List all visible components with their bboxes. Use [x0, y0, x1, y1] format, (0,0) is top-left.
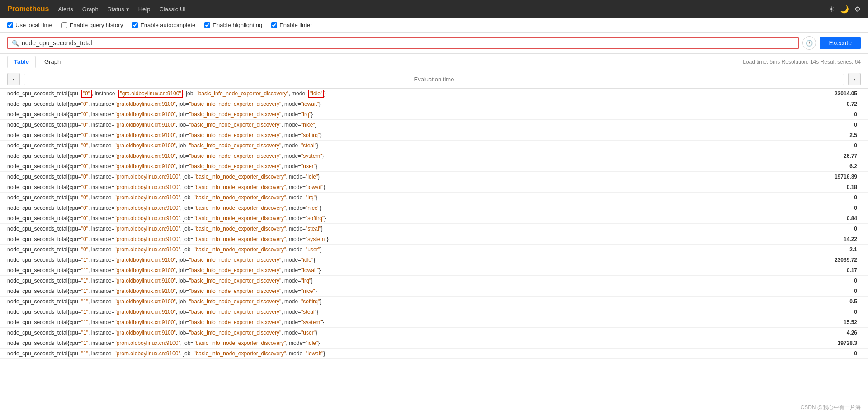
value-cell: 19716.39: [774, 172, 868, 182]
metric-name: node_cpu_seconds_total: [7, 330, 67, 336]
settings-bar: Use local time Enable query history Enab…: [0, 18, 868, 33]
results-container: node_cpu_seconds_total{cpu="0", instance…: [0, 89, 868, 359]
metric-name: node_cpu_seconds_total: [7, 194, 67, 201]
table-row: node_cpu_seconds_total{cpu="0", instance…: [0, 213, 868, 224]
value-cell: 0: [774, 193, 868, 203]
enable-linter-label[interactable]: Enable linter: [271, 22, 312, 28]
sun-icon[interactable]: ☀: [828, 5, 835, 14]
value-cell: 0: [774, 109, 868, 120]
tabs-bar: Table Graph Load time: 5ms Resolution: 1…: [0, 54, 868, 70]
metric-cell: node_cpu_seconds_total{cpu="0", instance…: [0, 172, 774, 182]
metric-cell: node_cpu_seconds_total{cpu="0", instance…: [0, 193, 774, 203]
evaluation-row: ‹ ›: [0, 70, 868, 89]
table-row: node_cpu_seconds_total{cpu="0", instance…: [0, 193, 868, 203]
eval-time-input[interactable]: [24, 74, 844, 85]
table-row: node_cpu_seconds_total{cpu="1", instance…: [0, 328, 868, 338]
table-row: node_cpu_seconds_total{cpu="1", instance…: [0, 307, 868, 317]
enable-query-history-checkbox[interactable]: [61, 22, 67, 28]
enable-autocomplete-checkbox[interactable]: [132, 22, 138, 28]
enable-linter-text: Enable linter: [279, 22, 312, 28]
enable-autocomplete-text: Enable autocomplete: [140, 22, 195, 28]
value-cell: 0: [774, 307, 868, 317]
metric-cell: node_cpu_seconds_total{cpu="0", instance…: [0, 130, 774, 141]
table-row: node_cpu_seconds_total{cpu="0", instance…: [0, 141, 868, 151]
value-cell: 0: [774, 120, 868, 130]
navbar-link-help[interactable]: Help: [138, 6, 151, 13]
enable-linter-checkbox[interactable]: [271, 22, 277, 28]
query-input[interactable]: [22, 39, 794, 47]
metric-name: node_cpu_seconds_total: [7, 90, 67, 97]
use-local-time-checkbox[interactable]: [7, 22, 13, 28]
eval-next-button[interactable]: ›: [848, 73, 861, 85]
tabs-left: Table Graph: [7, 56, 67, 68]
table-row: node_cpu_seconds_total{cpu="0", instance…: [0, 161, 868, 172]
metric-name: node_cpu_seconds_total: [7, 340, 67, 346]
metric-name: node_cpu_seconds_total: [7, 267, 67, 274]
navbar-link-alerts[interactable]: Alerts: [58, 6, 73, 13]
value-cell: 26.77: [774, 151, 868, 161]
table-row: node_cpu_seconds_total{cpu="0", instance…: [0, 182, 868, 193]
metric-name: node_cpu_seconds_total: [7, 205, 67, 211]
enable-highlighting-label[interactable]: Enable highlighting: [204, 22, 262, 28]
metric-cell: node_cpu_seconds_total{cpu="1", instance…: [0, 317, 774, 328]
value-cell: 23039.72: [774, 255, 868, 265]
value-cell: 0: [774, 286, 868, 297]
metric-cell: node_cpu_seconds_total{cpu="0", instance…: [0, 234, 774, 245]
metric-cell: node_cpu_seconds_total{cpu="0", instance…: [0, 224, 774, 234]
table-row: node_cpu_seconds_total{cpu="0", instance…: [0, 224, 868, 234]
search-bar: 🔍 🕐 Execute: [0, 33, 868, 54]
navbar-status-dropdown[interactable]: Status ▾: [108, 6, 129, 13]
navbar-status-label: Status: [108, 6, 124, 13]
metric-cell: node_cpu_seconds_total{cpu="0", instance…: [0, 213, 774, 224]
table-row: node_cpu_seconds_total{cpu="0", instance…: [0, 172, 868, 182]
navbar-left: Prometheus Alerts Graph Status ▾ Help Cl…: [7, 5, 186, 13]
metric-name: node_cpu_seconds_total: [7, 278, 67, 284]
metric-cell: node_cpu_seconds_total{cpu="1", instance…: [0, 307, 774, 317]
metric-cell: node_cpu_seconds_total{cpu="0", instance…: [0, 151, 774, 161]
execute-button[interactable]: Execute: [820, 37, 861, 49]
value-cell: 0.5: [774, 297, 868, 307]
metric-name: node_cpu_seconds_total: [7, 298, 67, 305]
metric-cell: node_cpu_seconds_total{cpu="1", instance…: [0, 286, 774, 297]
navbar: Prometheus Alerts Graph Status ▾ Help Cl…: [0, 0, 868, 18]
metric-name: node_cpu_seconds_total: [7, 163, 67, 170]
table-row: node_cpu_seconds_total{cpu="0", instance…: [0, 99, 868, 109]
gear-icon[interactable]: ⚙: [854, 5, 861, 14]
value-cell: 0.18: [774, 182, 868, 193]
metric-name: node_cpu_seconds_total: [7, 226, 67, 232]
value-cell: 0.17: [774, 265, 868, 276]
value-cell: 0: [774, 141, 868, 151]
tab-graph[interactable]: Graph: [38, 56, 67, 68]
metric-cell: node_cpu_seconds_total{cpu="0", instance…: [0, 245, 774, 255]
metric-name: node_cpu_seconds_total: [7, 184, 67, 190]
metric-cell: node_cpu_seconds_total{cpu="1", instance…: [0, 276, 774, 286]
table-row: node_cpu_seconds_total{cpu="1", instance…: [0, 286, 868, 297]
metric-cell: node_cpu_seconds_total{cpu="1", instance…: [0, 328, 774, 338]
value-cell: 0.72: [774, 99, 868, 109]
use-local-time-label[interactable]: Use local time: [7, 22, 52, 28]
enable-highlighting-text: Enable highlighting: [212, 22, 262, 28]
metric-name: node_cpu_seconds_total: [7, 132, 67, 138]
tab-table[interactable]: Table: [7, 56, 36, 68]
search-icon: 🔍: [12, 40, 19, 47]
metric-name: node_cpu_seconds_total: [7, 122, 67, 128]
moon-icon[interactable]: 🌙: [840, 5, 849, 14]
enable-query-history-label[interactable]: Enable query history: [61, 22, 123, 28]
eval-prev-button[interactable]: ‹: [7, 73, 20, 85]
table-row: node_cpu_seconds_total{cpu="0", instance…: [0, 203, 868, 213]
enable-autocomplete-label[interactable]: Enable autocomplete: [132, 22, 195, 28]
metric-name: node_cpu_seconds_total: [7, 101, 67, 107]
enable-highlighting-checkbox[interactable]: [204, 22, 210, 28]
value-cell: 23014.05: [774, 89, 868, 99]
metric-cell: node_cpu_seconds_total{cpu="0", instance…: [0, 120, 774, 130]
navbar-link-classic-ui[interactable]: Classic UI: [159, 6, 186, 13]
value-cell: 0: [774, 276, 868, 286]
navbar-link-graph[interactable]: Graph: [82, 6, 99, 13]
metric-name: node_cpu_seconds_total: [7, 236, 67, 242]
metric-cell: node_cpu_seconds_total{cpu="0", instance…: [0, 182, 774, 193]
metric-name: node_cpu_seconds_total: [7, 111, 67, 118]
value-cell: 0.84: [774, 213, 868, 224]
query-options-button[interactable]: 🕐: [802, 36, 816, 50]
metric-name: node_cpu_seconds_total: [7, 153, 67, 159]
value-cell: 14.22: [774, 234, 868, 245]
